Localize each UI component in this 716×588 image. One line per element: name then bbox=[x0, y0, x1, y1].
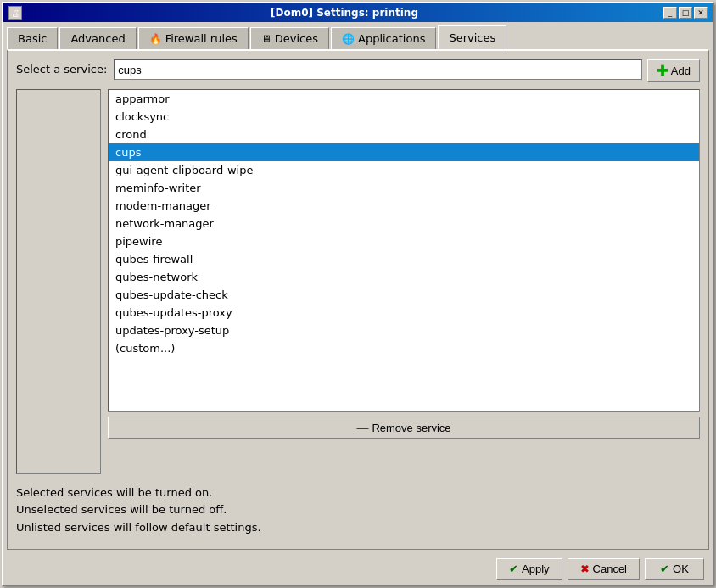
tab-applications-label: Applications bbox=[358, 32, 425, 45]
content-area: Select a service: ✚ Add apparmorclocksyn… bbox=[7, 49, 709, 550]
tab-services[interactable]: Services bbox=[438, 25, 506, 49]
service-select-row: Select a service: ✚ Add bbox=[16, 59, 700, 82]
remove-button-label: Remove service bbox=[372, 422, 450, 434]
list-item[interactable]: meminfo-writer bbox=[109, 179, 699, 197]
ok-label: OK bbox=[673, 563, 689, 575]
apply-label: Apply bbox=[522, 563, 550, 575]
cancel-button[interactable]: ✖ Cancel bbox=[568, 558, 640, 580]
tab-basic-label: Basic bbox=[18, 32, 47, 45]
info-line2: Unselected services will be turned off. bbox=[16, 501, 700, 519]
cancel-label: Cancel bbox=[593, 563, 627, 575]
service-panel: apparmorclocksynccrondcupsgui-agent-clip… bbox=[16, 89, 700, 474]
tab-advanced[interactable]: Advanced bbox=[59, 27, 136, 49]
apply-button[interactable]: ✔ Apply bbox=[496, 558, 562, 580]
tab-basic[interactable]: Basic bbox=[7, 27, 58, 49]
titlebar: 🖨 [Dom0] Settings: printing _ □ ✕ bbox=[3, 3, 713, 22]
tab-devices[interactable]: 🖥 Devices bbox=[250, 27, 329, 49]
list-item[interactable]: gui-agent-clipboard-wipe bbox=[109, 161, 699, 179]
devices-icon: 🖥 bbox=[261, 33, 271, 45]
remove-icon: — bbox=[356, 421, 368, 434]
services-list[interactable]: apparmorclocksynccrondcupsgui-agent-clip… bbox=[108, 89, 700, 412]
tab-advanced-label: Advanced bbox=[70, 32, 125, 45]
close-button[interactable]: ✕ bbox=[694, 7, 708, 19]
service-controls: ✚ Add bbox=[114, 59, 700, 82]
info-line1: Selected services will be turned on. bbox=[16, 484, 700, 502]
tab-services-label: Services bbox=[449, 31, 495, 44]
ok-button[interactable]: ✔ OK bbox=[645, 558, 704, 580]
window-icon: 🖨 bbox=[8, 6, 22, 20]
maximize-button[interactable]: □ bbox=[679, 7, 692, 19]
list-item[interactable]: (custom...) bbox=[109, 339, 699, 357]
minimize-button[interactable]: _ bbox=[663, 7, 677, 19]
tab-devices-label: Devices bbox=[275, 32, 318, 45]
service-input[interactable] bbox=[114, 59, 642, 80]
list-item[interactable]: qubes-updates-proxy bbox=[109, 304, 699, 322]
list-item[interactable]: apparmor bbox=[109, 90, 699, 108]
tab-applications[interactable]: 🌐 Applications bbox=[331, 27, 436, 49]
window-title: [Dom0] Settings: printing bbox=[25, 7, 663, 19]
tab-firewall-label: Firewall rules bbox=[165, 32, 238, 45]
list-item[interactable]: pipewire bbox=[109, 232, 699, 250]
service-select-label: Select a service: bbox=[16, 59, 107, 76]
info-section: Selected services will be turned on. Uns… bbox=[16, 481, 700, 540]
ok-icon: ✔ bbox=[660, 563, 669, 575]
list-item[interactable]: updates-proxy-setup bbox=[109, 322, 699, 339]
full-panel: apparmorclocksynccrondcupsgui-agent-clip… bbox=[108, 89, 700, 474]
list-item[interactable]: modem-manager bbox=[109, 197, 699, 215]
apply-icon: ✔ bbox=[509, 563, 518, 575]
left-panel bbox=[16, 89, 101, 474]
tab-firewall[interactable]: 🔥 Firewall rules bbox=[138, 27, 249, 49]
list-item[interactable]: cups bbox=[109, 143, 699, 161]
info-line3: Unlisted services will follow default se… bbox=[16, 519, 700, 537]
applications-icon: 🌐 bbox=[342, 33, 355, 45]
add-button-label: Add bbox=[671, 64, 691, 77]
add-icon: ✚ bbox=[657, 63, 668, 79]
list-item[interactable]: network-manager bbox=[109, 215, 699, 232]
list-item[interactable]: qubes-firewall bbox=[109, 250, 699, 268]
cancel-icon: ✖ bbox=[580, 563, 590, 575]
main-window: 🖨 [Dom0] Settings: printing _ □ ✕ Basic … bbox=[2, 2, 714, 586]
remove-service-button[interactable]: — Remove service bbox=[108, 417, 700, 439]
firewall-icon: 🔥 bbox=[149, 33, 162, 45]
list-item[interactable]: qubes-update-check bbox=[109, 286, 699, 304]
tab-bar: Basic Advanced 🔥 Firewall rules 🖥 Device… bbox=[3, 22, 713, 49]
titlebar-buttons: _ □ ✕ bbox=[663, 7, 708, 19]
list-item[interactable]: crond bbox=[109, 126, 699, 143]
bottom-bar: ✔ Apply ✖ Cancel ✔ OK bbox=[3, 553, 713, 585]
list-item[interactable]: qubes-network bbox=[109, 268, 699, 286]
list-item[interactable]: clocksync bbox=[109, 108, 699, 126]
add-button[interactable]: ✚ Add bbox=[647, 59, 700, 82]
